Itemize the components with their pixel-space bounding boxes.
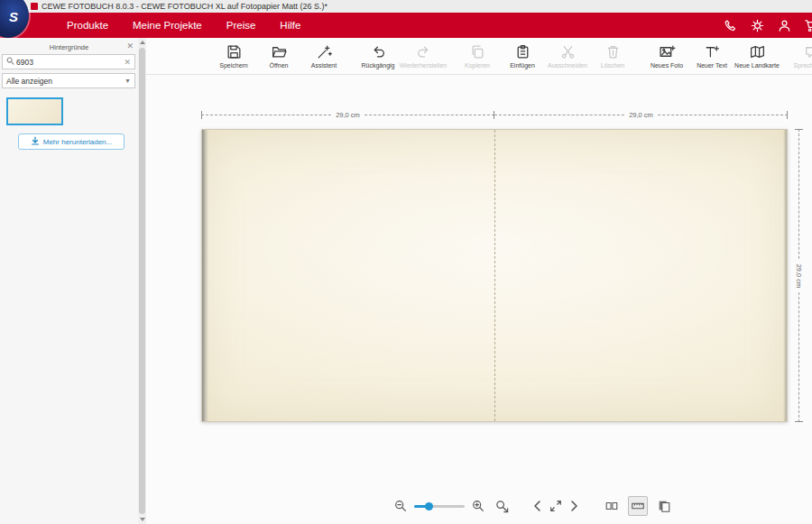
new-map-icon xyxy=(749,43,766,60)
speech-bubble-label: Sprechblase xyxy=(794,62,812,69)
account-user-icon[interactable] xyxy=(777,18,792,33)
save-icon xyxy=(226,43,243,60)
zoom-fit-icon[interactable] xyxy=(494,499,510,514)
open-button[interactable]: Öffnen xyxy=(256,39,301,73)
search-input[interactable] xyxy=(14,58,124,67)
menu-meine-projekte[interactable]: Meine Projekte xyxy=(133,20,202,31)
sidebar-scrollbar[interactable] xyxy=(138,38,146,524)
save-button[interactable]: Speichern xyxy=(211,39,256,73)
zoom-in-icon[interactable] xyxy=(471,499,485,513)
download-more-button[interactable]: Mehr herunterladen... xyxy=(18,133,125,150)
menu-produkte[interactable]: Produkte xyxy=(67,20,108,31)
backgrounds-panel: Hintergründe ✕ ✕ Alle anzeigen ▼ Mehr he… xyxy=(0,38,138,524)
speech-bubble-button: Sprechblase xyxy=(789,39,812,73)
scrollbar-thumb[interactable] xyxy=(139,48,145,514)
undo-label: Rückgängig xyxy=(362,62,395,69)
window-title: CEWE FOTOBUCH 8.0.3 - CEWE FOTOBUCH XL a… xyxy=(42,2,328,11)
undo-button[interactable]: Rückgängig xyxy=(355,39,401,73)
undo-icon xyxy=(370,43,387,60)
copy-button: Kopieren xyxy=(455,39,500,73)
page-overview-icon[interactable] xyxy=(654,496,674,516)
delete-label: Löschen xyxy=(601,62,624,69)
cut-button: Ausschneiden xyxy=(545,39,590,73)
new-text-label: Neuer Text xyxy=(697,62,727,69)
previous-page-icon[interactable] xyxy=(531,500,542,512)
editor-canvas: 29,0 cm 29,0 cm 29,0 cm xyxy=(146,75,812,524)
background-filter-dropdown[interactable]: Alle anzeigen ▼ xyxy=(2,73,135,88)
scroll-up-arrow[interactable] xyxy=(140,41,145,44)
chevron-down-icon: ▼ xyxy=(125,78,131,84)
app-icon xyxy=(31,3,38,10)
settings-gear-icon[interactable] xyxy=(750,18,765,33)
page-height-dimension: 29,0 cm xyxy=(795,129,803,422)
assistant-label: Assistent xyxy=(311,62,337,69)
shopping-cart-icon[interactable] xyxy=(804,18,812,33)
page-height-label: 29,0 cm xyxy=(795,259,803,292)
background-thumbnail-selected[interactable] xyxy=(6,97,63,125)
page-width-dimension: 29,0 cm 29,0 cm xyxy=(201,111,788,119)
new-photo-icon xyxy=(659,43,676,60)
zoom-out-icon[interactable] xyxy=(393,499,408,513)
zoom-slider[interactable] xyxy=(414,501,465,511)
redo-label: Wiederherstellen xyxy=(400,62,448,69)
spread-view-icon[interactable] xyxy=(602,496,622,516)
scissors-icon xyxy=(559,43,577,60)
filter-selected-value: Alle anzeigen xyxy=(6,77,52,86)
redo-icon xyxy=(415,43,432,60)
next-page-icon[interactable] xyxy=(569,500,580,512)
cut-label: Ausschneiden xyxy=(548,62,587,69)
window-titlebar: CEWE FOTOBUCH 8.0.3 - CEWE FOTOBUCH XL a… xyxy=(0,0,812,13)
right-page-width-label: 29,0 cm xyxy=(624,111,658,119)
redo-button: Wiederherstellen xyxy=(401,39,446,73)
speech-bubble-icon xyxy=(803,43,812,60)
save-label: Speichern xyxy=(219,62,248,69)
delete-button: Löschen xyxy=(590,39,635,73)
trash-icon xyxy=(604,43,622,60)
view-controls-bar xyxy=(393,496,674,516)
main-toolbar: Speichern Öffnen Assistent Rückgängig xyxy=(146,38,812,75)
copy-label: Kopieren xyxy=(465,62,490,69)
open-label: Öffnen xyxy=(270,62,289,69)
scroll-down-arrow[interactable] xyxy=(140,518,145,521)
assistant-button[interactable]: Assistent xyxy=(301,39,346,73)
main-menubar: Produkte Meine Projekte Preise Hilfe xyxy=(0,13,812,38)
left-page[interactable] xyxy=(202,130,494,421)
new-text-icon xyxy=(704,43,721,60)
dimension-tick xyxy=(787,111,788,119)
dimension-tick xyxy=(795,421,803,422)
paste-icon xyxy=(514,43,531,60)
photobook-spread xyxy=(201,129,788,422)
background-search-box: ✕ xyxy=(2,54,135,69)
paste-label: Einfügen xyxy=(510,62,535,69)
right-page[interactable] xyxy=(494,130,787,421)
search-icon xyxy=(6,57,14,67)
paste-button[interactable]: Einfügen xyxy=(500,39,545,73)
clear-search-icon[interactable]: ✕ xyxy=(124,58,131,67)
new-map-button[interactable]: Neue Landkarte xyxy=(734,39,780,73)
new-photo-button[interactable]: Neues Foto xyxy=(644,39,689,73)
menu-preise[interactable]: Preise xyxy=(226,20,256,31)
close-icon[interactable]: ✕ xyxy=(126,41,134,52)
wand-icon xyxy=(316,43,333,60)
left-page-width-label: 29,0 cm xyxy=(331,111,364,119)
zoom-slider-knob[interactable] xyxy=(425,502,433,510)
download-icon xyxy=(31,136,40,147)
fullscreen-icon[interactable] xyxy=(549,499,563,513)
dimension-tick xyxy=(201,111,202,119)
menu-hilfe[interactable]: Hilfe xyxy=(280,20,300,31)
ruler-icon[interactable] xyxy=(628,496,648,516)
cewe-fotobuch-window: CEWE FOTOBUCH 8.0.3 - CEWE FOTOBUCH XL a… xyxy=(0,0,812,524)
copy-icon xyxy=(469,43,486,60)
new-map-label: Neue Landkarte xyxy=(734,62,780,69)
open-folder-icon xyxy=(271,43,288,60)
download-more-label: Mehr herunterladen... xyxy=(43,138,113,146)
new-photo-label: Neues Foto xyxy=(651,62,683,69)
backgrounds-panel-title: Hintergründe xyxy=(50,43,88,51)
phone-icon[interactable] xyxy=(723,18,738,33)
dimension-tick xyxy=(795,129,803,130)
new-text-button[interactable]: Neuer Text xyxy=(689,39,734,73)
